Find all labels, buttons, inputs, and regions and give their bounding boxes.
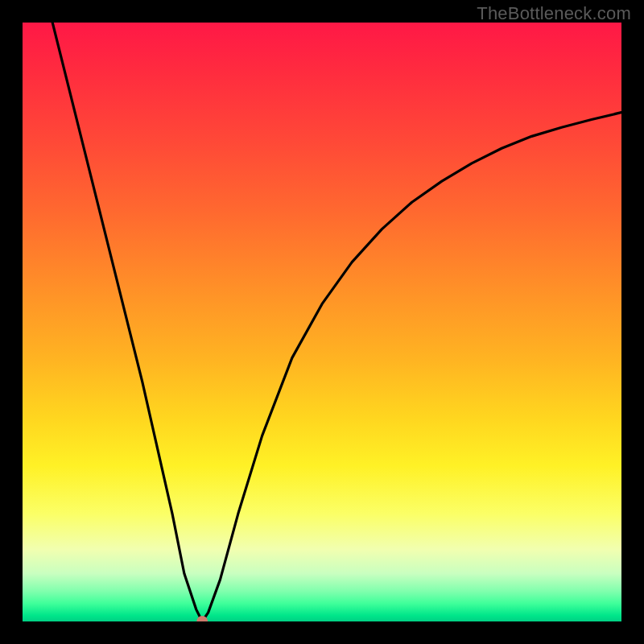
plot-frame: [23, 23, 621, 621]
bottleneck-curve: [52, 23, 621, 621]
watermark-label: TheBottleneck.com: [477, 3, 631, 24]
curve-layer: [23, 23, 621, 621]
chart-container: TheBottleneck.com: [0, 0, 644, 644]
plot-area: [23, 23, 621, 621]
